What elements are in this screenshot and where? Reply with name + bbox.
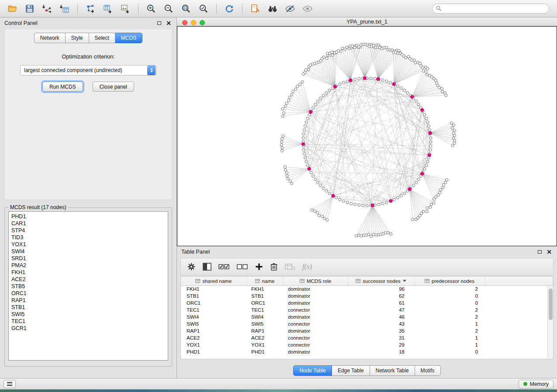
tab-network[interactable]: Network	[34, 33, 66, 43]
criterion-dropdown[interactable]: largest connected component (undirected)	[20, 65, 156, 76]
table-scrollbar-thumb[interactable]	[549, 289, 553, 320]
close-icon: ✕	[547, 249, 552, 255]
network-svg[interactable]	[177, 27, 556, 244]
close-panel-button[interactable]: ✕	[165, 20, 172, 27]
tab-network-table[interactable]: Network Table	[370, 365, 415, 376]
table-row[interactable]: ACE2ACE2connector311	[181, 334, 553, 341]
toolbar-separator	[138, 3, 138, 14]
show-details-button[interactable]	[300, 2, 315, 15]
export-network-button[interactable]	[83, 2, 98, 15]
mcds-node-item[interactable]: SWI5	[11, 311, 168, 318]
mcds-node-item[interactable]: FKH1	[11, 269, 168, 276]
add-column-icon[interactable]	[255, 263, 263, 271]
mcds-node-item[interactable]: PMA2	[11, 262, 168, 269]
close-panel-button-mcds[interactable]: Close panel	[93, 82, 134, 92]
column-header-mcds-role[interactable]: MCDS role	[283, 277, 348, 285]
tab-motifs[interactable]: Motifs	[415, 365, 441, 376]
toolbar-separator	[77, 3, 78, 14]
mcds-node-item[interactable]: ACE2	[11, 276, 168, 283]
eye-icon	[302, 3, 313, 14]
close-table-panel-button[interactable]: ✕	[546, 248, 553, 255]
select-all-icon[interactable]	[218, 263, 230, 270]
maximize-window-icon[interactable]	[200, 20, 205, 25]
refresh-button[interactable]	[221, 2, 237, 15]
deselect-all-icon[interactable]	[237, 263, 248, 270]
table-toolbar: f(x)	[180, 258, 554, 275]
import-network-button[interactable]	[39, 2, 55, 15]
mcds-node-item[interactable]: TID3	[11, 234, 168, 241]
search-box[interactable]	[432, 3, 549, 14]
table-row[interactable]: TEC1TEC1connector472	[181, 306, 553, 313]
mcds-node-item[interactable]: STP4	[11, 227, 168, 234]
table-row[interactable]: SWI4SWI4dominator462	[181, 313, 553, 320]
table-panel-title: Table Panel	[181, 249, 533, 255]
float-panel-button[interactable]	[156, 20, 163, 27]
mcds-node-item[interactable]: STB5	[11, 283, 168, 290]
search-icon	[436, 6, 442, 11]
table-row[interactable]: PHD1PHD1dominator180	[181, 348, 553, 355]
show-columns-icon[interactable]	[203, 263, 211, 271]
table-row[interactable]: YOX1YOX1connector291	[181, 341, 553, 348]
table-row[interactable]: ORC1ORC1dominator610	[181, 299, 553, 306]
network-canvas[interactable]	[177, 26, 557, 246]
export-image-button[interactable]	[118, 2, 133, 15]
zoom-fit-button[interactable]	[178, 2, 194, 15]
table-column-icon	[255, 279, 260, 283]
delete-column-icon[interactable]	[270, 262, 278, 271]
desktop-background	[0, 389, 557, 392]
mcds-node-item[interactable]: SWI4	[11, 248, 168, 255]
minimize-window-icon[interactable]	[191, 20, 196, 25]
column-header-shared-name[interactable]: shared name	[181, 277, 246, 285]
zoom-out-button[interactable]	[161, 2, 176, 15]
refresh-icon	[224, 3, 235, 14]
tab-style[interactable]: Style	[66, 33, 89, 43]
delete-table-icon	[285, 263, 295, 270]
search-network-button[interactable]	[265, 2, 280, 15]
status-menu-button[interactable]	[3, 380, 16, 388]
control-panel-tabbar: Network Style Select MCDS	[34, 33, 142, 43]
mcds-node-item[interactable]: STB1	[11, 304, 168, 311]
mcds-node-item[interactable]: RAP1	[11, 297, 168, 304]
column-header-successor-nodes[interactable]: successor nodes	[348, 277, 414, 285]
run-mcds-button[interactable]: Run MCDS	[42, 82, 83, 92]
optimization-criterion-label: Optimization criterion:	[62, 54, 115, 60]
export-table-button[interactable]	[100, 2, 116, 15]
tab-edge-table[interactable]: Edge Table	[332, 365, 370, 376]
mcds-node-item[interactable]: YOX1	[11, 241, 168, 248]
close-window-icon[interactable]	[182, 20, 187, 25]
mcds-result-list[interactable]: PHD1CAR1STP4TID3YOX1SWI4SRD1PMA2FKH1ACE2…	[8, 211, 168, 361]
search-input[interactable]	[444, 5, 545, 12]
mcds-node-item[interactable]: ORC1	[11, 290, 168, 297]
mcds-node-item[interactable]: PHD1	[11, 213, 168, 220]
table-scrollbar[interactable]	[547, 286, 553, 359]
network-from-clipboard-button[interactable]	[247, 2, 263, 15]
table-row[interactable]: STB1STB1dominator620	[181, 292, 553, 299]
zoom-in-button[interactable]	[143, 2, 159, 15]
hamburger-icon	[7, 382, 12, 383]
window-controls	[182, 20, 205, 25]
mcds-node-item[interactable]: GCR1	[11, 325, 168, 332]
column-header-name[interactable]: name	[246, 277, 283, 285]
gear-icon[interactable]	[187, 262, 196, 271]
chevron-down-icon	[150, 71, 153, 72]
table-row[interactable]: FKH1FKH1dominator962	[181, 285, 553, 292]
tab-select[interactable]: Select	[89, 33, 115, 43]
mcds-node-item[interactable]: SRD1	[11, 255, 168, 262]
tab-mcds[interactable]: MCDS	[115, 33, 142, 43]
import-table-button[interactable]	[57, 2, 73, 15]
table-row[interactable]: SWI5SWI5connector431	[181, 320, 553, 327]
hide-details-button[interactable]	[282, 2, 298, 15]
mcds-node-item[interactable]: CAR1	[11, 220, 168, 227]
mcds-tab-panel: Network Style Select MCDS Optimization c…	[4, 29, 172, 200]
table-row[interactable]: RAP1RAP1dominator352	[181, 327, 553, 334]
save-session-button[interactable]	[22, 2, 38, 15]
tab-node-table[interactable]: Node Table	[293, 365, 332, 376]
mcds-node-item[interactable]: TEC1	[11, 318, 168, 325]
open-file-button[interactable]	[4, 2, 20, 15]
column-header-predecessor-nodes[interactable]: predecessor nodes	[414, 277, 485, 285]
memory-button[interactable]: Memory	[519, 380, 554, 389]
column-header-empty	[485, 277, 553, 285]
float-table-panel-button[interactable]	[536, 248, 543, 255]
function-builder-button[interactable]: f(x)	[302, 263, 312, 271]
zoom-selected-button[interactable]	[196, 2, 211, 15]
